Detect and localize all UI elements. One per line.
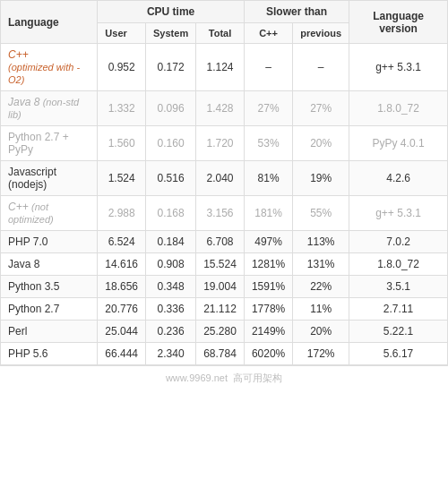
cell-total: 6.708 xyxy=(196,231,245,253)
cell-language: PHP 5.6 xyxy=(1,343,98,365)
cell-total: 1.720 xyxy=(196,126,245,161)
cell-system: 2.340 xyxy=(146,343,196,365)
cell-total: 2.040 xyxy=(196,161,245,196)
table-row: Java 814.6160.90815.5241281%131%1.8.0_72 xyxy=(1,253,448,276)
table-row: Python 2.720.7760.33621.1121778%11%2.7.1… xyxy=(1,298,448,321)
header-total: Total xyxy=(196,23,245,44)
cell-cpp: 1778% xyxy=(244,298,292,321)
cell-system: 0.184 xyxy=(146,231,196,253)
cell-previous: 11% xyxy=(293,298,349,321)
header-cpu-group: CPU time xyxy=(98,1,245,23)
cell-cpp: 53% xyxy=(244,126,292,161)
cell-version: 7.0.2 xyxy=(349,231,448,253)
cell-cpp: 497% xyxy=(244,231,292,253)
cell-language: Java 8 xyxy=(1,253,98,276)
cell-version: g++ 5.3.1 xyxy=(349,44,448,91)
cell-system: 0.168 xyxy=(146,196,196,231)
cell-total: 21.112 xyxy=(196,298,245,321)
cell-language: PHP 7.0 xyxy=(1,231,98,253)
table-row: Python 3.518.6560.34819.0041591%22%3.5.1 xyxy=(1,276,448,298)
cell-version: 4.2.6 xyxy=(349,161,448,196)
cell-version: 3.5.1 xyxy=(349,276,448,298)
header-slower-group: Slower than xyxy=(244,1,349,23)
cell-version: PyPy 4.0.1 xyxy=(349,126,448,161)
cell-total: 1.124 xyxy=(196,44,245,91)
cell-system: 0.908 xyxy=(146,253,196,276)
header-user: User xyxy=(98,23,146,44)
header-language: Language xyxy=(1,1,98,44)
cell-user: 1.332 xyxy=(98,91,146,126)
cell-cpp: – xyxy=(244,44,292,91)
cell-previous: 19% xyxy=(293,161,349,196)
cell-version: 5.22.1 xyxy=(349,321,448,343)
table-row: PHP 5.666.4442.34068.7846020%172%5.6.17 xyxy=(1,343,448,365)
cell-total: 15.524 xyxy=(196,253,245,276)
cell-user: 18.656 xyxy=(98,276,146,298)
cell-system: 0.348 xyxy=(146,276,196,298)
cell-system: 0.160 xyxy=(146,126,196,161)
cell-language: Perl xyxy=(1,321,98,343)
cell-total: 19.004 xyxy=(196,276,245,298)
cell-user: 20.776 xyxy=(98,298,146,321)
cell-previous: 131% xyxy=(293,253,349,276)
cell-cpp: 1281% xyxy=(244,253,292,276)
cell-version: 1.8.0_72 xyxy=(349,253,448,276)
cell-system: 0.236 xyxy=(146,321,196,343)
table-row: C++ (not optimized)2.9880.1683.156181%55… xyxy=(1,196,448,231)
cell-previous: 172% xyxy=(293,343,349,365)
cell-system: 0.336 xyxy=(146,298,196,321)
cell-previous: 22% xyxy=(293,276,349,298)
cell-version: 2.7.11 xyxy=(349,298,448,321)
cell-total: 1.428 xyxy=(196,91,245,126)
header-lang-version: Language version xyxy=(349,1,448,44)
cell-language: Python 2.7 + PyPy xyxy=(1,126,98,161)
cell-user: 2.988 xyxy=(98,196,146,231)
cell-language: C++ (not optimized) xyxy=(1,196,98,231)
cell-previous: 20% xyxy=(293,321,349,343)
table-row: Python 2.7 + PyPy1.5600.1601.72053%20%Py… xyxy=(1,126,448,161)
cell-language: Python 2.7 xyxy=(1,298,98,321)
benchmark-table: Language CPU time Slower than Language v… xyxy=(0,0,448,365)
cell-previous: 113% xyxy=(293,231,349,253)
cell-language: Java 8 (non-std lib) xyxy=(1,91,98,126)
cell-user: 0.952 xyxy=(98,44,146,91)
table-row: Javascript (nodejs)1.5240.5162.04081%19%… xyxy=(1,161,448,196)
cell-total: 25.280 xyxy=(196,321,245,343)
cell-cpp: 27% xyxy=(244,91,292,126)
cell-system: 0.172 xyxy=(146,44,196,91)
header-system: System xyxy=(146,23,196,44)
cell-user: 6.524 xyxy=(98,231,146,253)
cell-language: Javascript (nodejs) xyxy=(1,161,98,196)
watermark: www.9969.net 高可用架构 xyxy=(0,365,448,390)
table-row: C++(optimized with -O2)0.9520.1721.124––… xyxy=(1,44,448,91)
cell-cpp: 6020% xyxy=(244,343,292,365)
cell-system: 0.516 xyxy=(146,161,196,196)
cell-language: C++(optimized with -O2) xyxy=(1,44,98,91)
cell-previous: – xyxy=(293,44,349,91)
header-previous: previous xyxy=(293,23,349,44)
cell-previous: 20% xyxy=(293,126,349,161)
cell-system: 0.096 xyxy=(146,91,196,126)
table-row: Perl25.0440.23625.2802149%20%5.22.1 xyxy=(1,321,448,343)
table-row: PHP 7.06.5240.1846.708497%113%7.0.2 xyxy=(1,231,448,253)
cell-total: 3.156 xyxy=(196,196,245,231)
cell-total: 68.784 xyxy=(196,343,245,365)
cell-cpp: 181% xyxy=(244,196,292,231)
header-cpp: C++ xyxy=(244,23,292,44)
cell-version: 1.8.0_72 xyxy=(349,91,448,126)
cell-previous: 55% xyxy=(293,196,349,231)
cell-user: 25.044 xyxy=(98,321,146,343)
cell-version: g++ 5.3.1 xyxy=(349,196,448,231)
cell-user: 1.560 xyxy=(98,126,146,161)
cell-version: 5.6.17 xyxy=(349,343,448,365)
cell-user: 14.616 xyxy=(98,253,146,276)
cell-user: 1.524 xyxy=(98,161,146,196)
cell-user: 66.444 xyxy=(98,343,146,365)
cell-previous: 27% xyxy=(293,91,349,126)
cell-cpp: 1591% xyxy=(244,276,292,298)
cell-cpp: 81% xyxy=(244,161,292,196)
cell-cpp: 2149% xyxy=(244,321,292,343)
cell-language: Python 3.5 xyxy=(1,276,98,298)
table-row: Java 8 (non-std lib)1.3320.0961.42827%27… xyxy=(1,91,448,126)
